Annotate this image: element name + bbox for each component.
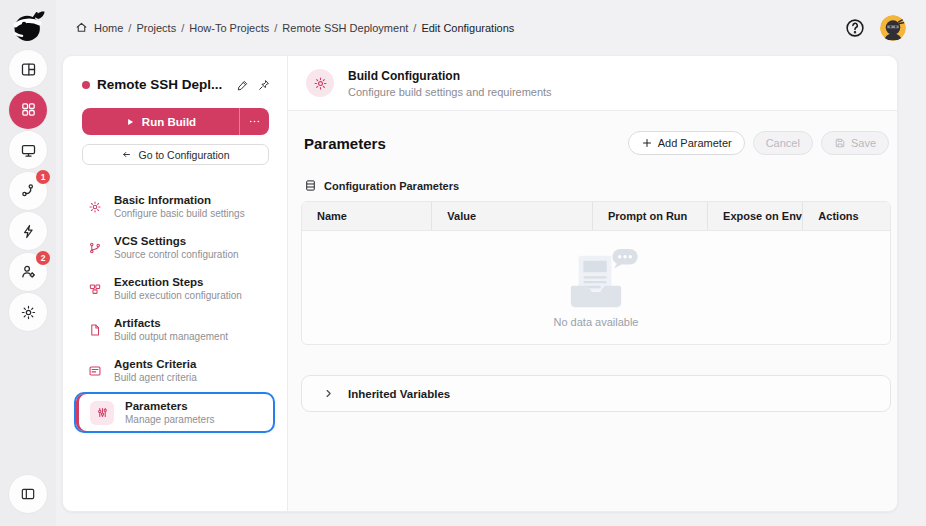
- nav-item-title: Artifacts: [114, 316, 228, 331]
- play-icon: [125, 117, 135, 127]
- monitors-nav-button[interactable]: [9, 131, 47, 169]
- empty-state-text: No data available: [553, 316, 638, 328]
- avatar-ninja-image: [880, 15, 906, 41]
- agents-nav-button[interactable]: 2: [9, 253, 47, 291]
- lightning-icon: [20, 223, 37, 240]
- content-header-subtitle: Configure build settings and requirement…: [348, 86, 552, 98]
- gear-icon: [88, 200, 102, 214]
- content-header-title: Build Configuration: [348, 69, 552, 83]
- breadcrumb-separator: /: [181, 22, 184, 34]
- column-header-value: Value: [431, 202, 592, 230]
- project-status-dot: [82, 81, 90, 89]
- cancel-label: Cancel: [766, 137, 800, 149]
- column-header-name: Name: [302, 202, 431, 230]
- projects-grid-icon: [20, 101, 37, 118]
- inherited-variables-accordion[interactable]: Inherited Variables: [301, 375, 891, 412]
- add-parameter-label: Add Parameter: [658, 137, 732, 149]
- gear-icon: [20, 304, 37, 321]
- nav-item-subtitle: Configure basic build settings: [114, 207, 245, 220]
- page-title: Parameters: [304, 135, 620, 152]
- pin-icon: [257, 78, 271, 92]
- breadcrumb-projects[interactable]: Projects: [136, 22, 176, 34]
- nav-item-vcs-settings[interactable]: VCS Settings Source control configuratio…: [63, 227, 287, 268]
- pin-button[interactable]: [257, 78, 271, 92]
- inherited-variables-label: Inherited Variables: [348, 388, 450, 400]
- nav-item-title: Execution Steps: [114, 275, 242, 290]
- nav-item-subtitle: Build execution configuration: [114, 289, 242, 302]
- nav-item-parameters[interactable]: Parameters Manage parameters: [74, 392, 275, 433]
- settings-nav-button[interactable]: [9, 293, 47, 331]
- nav-item-title: Agents Criteria: [114, 357, 197, 372]
- main-container: Remote SSH Depl... Run Build Go to Confi…: [62, 55, 898, 512]
- app-logo-icon[interactable]: [9, 7, 47, 45]
- breadcrumb-remote-ssh-deployment[interactable]: Remote SSH Deployment: [282, 22, 408, 34]
- pipelines-nav-button[interactable]: 1: [9, 172, 47, 210]
- user-avatar[interactable]: [880, 15, 906, 41]
- triggers-nav-button[interactable]: [9, 212, 47, 250]
- goto-configuration-button[interactable]: Go to Configuration: [82, 144, 269, 165]
- column-header-actions: Actions: [802, 202, 890, 230]
- nav-item-basic-information[interactable]: Basic Information Configure basic build …: [63, 186, 287, 227]
- nav-item-agents-criteria[interactable]: Agents Criteria Build agent criteria: [63, 350, 287, 391]
- monitor-icon: [20, 142, 37, 159]
- parameters-table-empty-state: No data available: [302, 231, 890, 345]
- edit-title-button[interactable]: [236, 78, 250, 92]
- projects-nav-button[interactable]: [9, 91, 47, 129]
- pipelines-badge: 1: [36, 170, 50, 184]
- steps-blocks-icon: [88, 282, 102, 296]
- configuration-parameters-group: Configuration Parameters: [304, 179, 889, 192]
- breadcrumb-howto-projects[interactable]: How-To Projects: [189, 22, 269, 34]
- breadcrumb-separator: /: [128, 22, 131, 34]
- home-icon: [75, 21, 88, 34]
- agents-badge: 2: [36, 251, 50, 265]
- cancel-button[interactable]: Cancel: [753, 131, 813, 155]
- nav-item-subtitle: Build output management: [114, 330, 228, 343]
- collapse-sidebar-button[interactable]: [9, 475, 47, 513]
- empty-inbox-illustration: [552, 249, 640, 311]
- help-button[interactable]: [844, 17, 866, 39]
- nav-item-subtitle: Manage parameters: [125, 413, 215, 426]
- dashboard-icon: [20, 61, 37, 78]
- save-floppy-icon: [834, 137, 846, 149]
- content-header: Build Configuration Configure build sett…: [288, 56, 897, 111]
- run-build-button[interactable]: Run Build: [82, 108, 269, 135]
- table-list-icon: [304, 179, 317, 192]
- plus-icon: [641, 137, 653, 149]
- config-section-nav: Basic Information Configure basic build …: [63, 186, 287, 433]
- run-build-more-button[interactable]: [239, 108, 269, 135]
- parameters-table-header: Name Value Prompt on Run Expose on Env A…: [302, 202, 890, 231]
- save-label: Save: [851, 137, 876, 149]
- breadcrumb-separator: /: [413, 22, 416, 34]
- content-area: Build Configuration Configure build sett…: [288, 56, 897, 511]
- save-button[interactable]: Save: [821, 131, 889, 155]
- pencil-icon: [236, 78, 250, 92]
- nav-item-subtitle: Source control configuration: [114, 248, 239, 261]
- git-branch-icon: [88, 241, 102, 255]
- breadcrumb: Home / Projects / How-To Projects / Remo…: [75, 21, 514, 34]
- content-body: Parameters Add Parameter Cancel Save Con…: [288, 111, 897, 511]
- nav-item-title: Basic Information: [114, 193, 245, 208]
- more-dots-icon: [248, 115, 261, 128]
- add-parameter-button[interactable]: Add Parameter: [628, 131, 745, 155]
- webhooks-icon: [20, 182, 37, 199]
- nav-item-title: Parameters: [125, 399, 215, 414]
- dashboard-nav-button[interactable]: [9, 50, 47, 88]
- user-settings-icon: [20, 263, 37, 280]
- top-bar: Home / Projects / How-To Projects / Remo…: [56, 0, 926, 55]
- question-icon: [844, 17, 866, 39]
- collapse-panel-icon: [20, 486, 36, 502]
- goto-configuration-label: Go to Configuration: [138, 149, 229, 161]
- sliders-icon: [96, 406, 109, 419]
- run-build-label: Run Build: [142, 116, 196, 128]
- configuration-parameters-label: Configuration Parameters: [324, 180, 459, 192]
- file-icon: [88, 323, 102, 337]
- column-header-expose-on-env: Expose on Env: [707, 202, 802, 230]
- nav-item-execution-steps[interactable]: Execution Steps Build execution configur…: [63, 268, 287, 309]
- project-title: Remote SSH Depl...: [97, 77, 229, 92]
- breadcrumb-home[interactable]: Home: [94, 22, 123, 34]
- left-rail: 1 2: [0, 0, 56, 526]
- build-config-gear-icon: [313, 76, 328, 91]
- agent-card-icon: [88, 364, 102, 378]
- nav-item-artifacts[interactable]: Artifacts Build output management: [63, 309, 287, 350]
- nav-item-title: VCS Settings: [114, 234, 239, 249]
